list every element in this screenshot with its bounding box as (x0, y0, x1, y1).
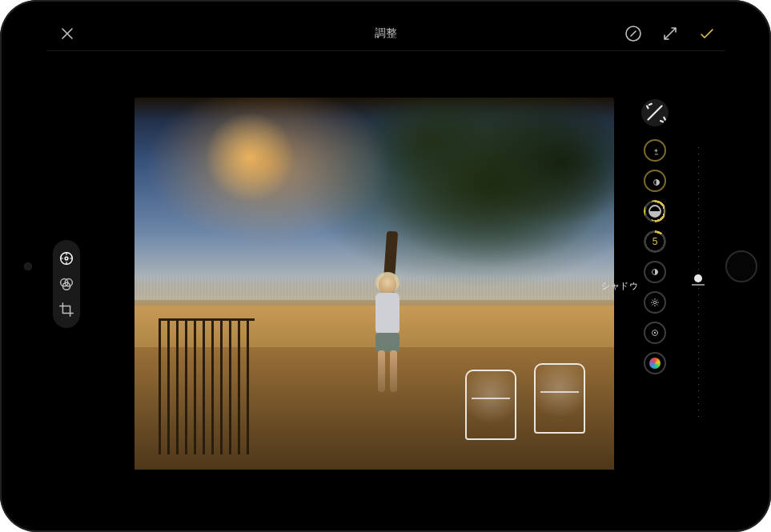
adjustment-slider[interactable] (685, 147, 712, 420)
wand-icon (641, 99, 669, 126)
screen: 調整 (46, 16, 725, 516)
dial-contrast[interactable] (644, 261, 666, 283)
expand-arrows-icon (661, 24, 680, 43)
fullscreen-button[interactable] (661, 24, 680, 43)
half-circle-alt-icon (644, 200, 666, 222)
adjustment-dial-column: 5 (638, 99, 672, 484)
ipad-frame: 調整 (0, 0, 771, 532)
slider-center-mark (692, 284, 705, 286)
half-circle-icon (651, 177, 662, 188)
dial-highlights-glyph (644, 200, 666, 222)
svg-point-11 (654, 332, 656, 334)
dial-shadows[interactable]: 5 (644, 230, 666, 253)
close-icon (58, 24, 77, 43)
markup-button[interactable] (624, 24, 643, 43)
editor-topbar: 調整 (46, 16, 725, 51)
editor-mode-title: 調整 (375, 26, 397, 41)
selected-adjustment-label: シャドウ (601, 280, 638, 292)
dial-exposure[interactable] (644, 139, 666, 162)
done-button[interactable] (697, 24, 717, 43)
svg-point-9 (653, 301, 657, 304)
markup-pen-icon (624, 24, 643, 43)
sun-icon (649, 297, 661, 308)
dial-shadows-value: 5 (653, 236, 658, 247)
photo-person (370, 275, 405, 395)
dial-saturation[interactable] (644, 352, 666, 374)
dial-brightness[interactable] (644, 291, 666, 314)
crop-icon (58, 301, 75, 318)
slider-knob[interactable] (694, 274, 702, 282)
edit-mode-switcher (53, 240, 80, 328)
contrast-icon (649, 266, 661, 278)
photo-canvas[interactable] (135, 98, 614, 470)
mode-filters-button[interactable] (58, 275, 75, 293)
rainbow-icon (649, 358, 661, 369)
dial-black-point[interactable] (644, 322, 666, 344)
svg-point-2 (65, 257, 68, 260)
home-button[interactable] (725, 250, 757, 282)
photo-chairs (465, 352, 585, 440)
mode-adjust-button[interactable] (58, 250, 75, 267)
adjust-icon (58, 250, 75, 267)
dial-brilliance[interactable] (644, 170, 666, 192)
dot-ring-icon (649, 327, 661, 338)
cancel-button[interactable] (58, 24, 77, 43)
filters-icon (58, 275, 75, 293)
exposure-plusminus-icon (651, 146, 662, 158)
front-camera (24, 262, 32, 270)
checkmark-icon (697, 24, 717, 43)
mode-crop-button[interactable] (58, 301, 75, 318)
editor-content: シャドウ 5 (46, 51, 725, 516)
photo-gate (159, 318, 255, 454)
auto-enhance-button[interactable] (641, 99, 669, 126)
